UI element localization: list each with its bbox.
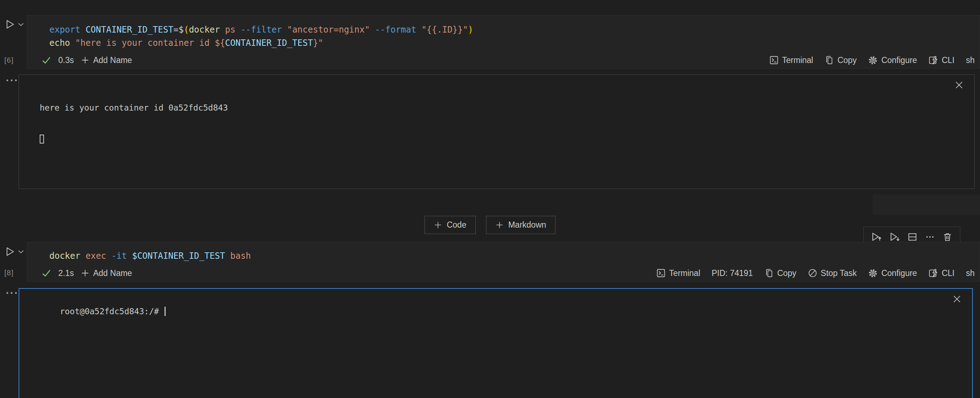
language-indicator[interactable]: sh bbox=[966, 56, 975, 65]
terminal-icon bbox=[656, 269, 666, 278]
code-cell[interactable]: docker exec -it $CONTAINER_ID_TEST bash … bbox=[27, 242, 980, 282]
terminal-icon bbox=[769, 56, 779, 65]
play-outline-icon[interactable] bbox=[5, 19, 15, 29]
execution-count: [6] bbox=[4, 56, 14, 64]
output-text: here is your container id 0a52fdc5d843 bbox=[40, 103, 953, 113]
check-icon bbox=[41, 56, 51, 65]
code-cell[interactable]: export CONTAINER_ID_TEST=$(docker ps --f… bbox=[27, 15, 980, 69]
gear-icon bbox=[868, 269, 878, 278]
close-icon[interactable] bbox=[955, 80, 964, 90]
terminal-output-focused[interactable]: root@0a52fdc5d843:/# bbox=[19, 288, 973, 398]
plus-icon bbox=[81, 56, 89, 64]
add-code-cell-button[interactable]: Code bbox=[425, 216, 476, 234]
add-markdown-cell-button[interactable]: Markdown bbox=[486, 216, 555, 234]
cell-status-bar: 0.3s Add Name Terminal Copy bbox=[27, 52, 980, 68]
bolt-square-icon bbox=[929, 269, 938, 278]
cli-button[interactable]: CLI bbox=[929, 56, 955, 65]
configure-button[interactable]: Configure bbox=[868, 56, 917, 65]
cell-status-bar: 2.1s Add Name Terminal PID: 74191 Copy bbox=[27, 265, 980, 281]
close-icon[interactable] bbox=[953, 294, 961, 304]
hover-highlight bbox=[873, 194, 980, 215]
split-cell-icon[interactable] bbox=[907, 232, 917, 242]
configure-button[interactable]: Configure bbox=[868, 269, 917, 278]
run-above-icon[interactable] bbox=[871, 232, 882, 242]
check-icon bbox=[41, 269, 51, 278]
output-menu-button[interactable] bbox=[6, 80, 17, 81]
terminal-cursor bbox=[164, 307, 165, 316]
run-cell-button[interactable] bbox=[5, 19, 26, 30]
chevron-down-icon[interactable] bbox=[18, 250, 24, 254]
chevron-down-icon[interactable] bbox=[18, 22, 24, 27]
stop-task-button[interactable]: Stop Task bbox=[808, 269, 857, 278]
code-editor[interactable]: docker exec -it $CONTAINER_ID_TEST bash bbox=[27, 242, 980, 263]
execution-count: [8] bbox=[4, 269, 14, 277]
copy-icon bbox=[764, 269, 774, 278]
slash-circle-icon bbox=[808, 269, 817, 278]
run-cell-button[interactable] bbox=[5, 246, 26, 257]
add-name-button[interactable]: Add Name bbox=[81, 56, 132, 65]
plus-icon bbox=[434, 221, 442, 229]
terminal-button[interactable]: Terminal bbox=[769, 56, 813, 65]
execution-duration: 2.1s bbox=[58, 269, 74, 278]
code-editor[interactable]: export CONTAINER_ID_TEST=$(docker ps --f… bbox=[27, 15, 980, 50]
add-name-button[interactable]: Add Name bbox=[81, 269, 132, 278]
pid-label: PID: 74191 bbox=[712, 269, 753, 278]
terminal-cursor bbox=[40, 134, 44, 144]
plus-icon bbox=[495, 221, 504, 229]
terminal-prompt: root@0a52fdc5d843:/# bbox=[60, 307, 164, 316]
trash-icon[interactable] bbox=[942, 232, 953, 242]
run-below-icon[interactable] bbox=[889, 232, 900, 242]
cli-button[interactable]: CLI bbox=[929, 269, 955, 278]
code-line: docker exec -it $CONTAINER_ID_TEST bash bbox=[49, 249, 980, 263]
code-line: echo "here is your container id ${CONTAI… bbox=[49, 37, 980, 50]
plus-icon bbox=[81, 269, 89, 277]
copy-button[interactable]: Copy bbox=[764, 269, 797, 278]
more-icon[interactable] bbox=[925, 232, 935, 242]
bolt-square-icon bbox=[929, 56, 938, 65]
play-outline-icon[interactable] bbox=[5, 246, 15, 257]
copy-button[interactable]: Copy bbox=[824, 56, 857, 65]
execution-duration: 0.3s bbox=[58, 56, 74, 65]
terminal-output[interactable]: here is your container id 0a52fdc5d843 bbox=[19, 74, 975, 189]
copy-icon bbox=[824, 56, 834, 65]
terminal-button[interactable]: Terminal bbox=[656, 269, 700, 278]
code-line: export CONTAINER_ID_TEST=$(docker ps --f… bbox=[49, 23, 980, 37]
language-indicator[interactable]: sh bbox=[966, 269, 975, 278]
output-menu-button[interactable] bbox=[6, 292, 17, 294]
gear-icon bbox=[868, 56, 878, 65]
insert-cell-bar: Code Markdown bbox=[0, 216, 980, 234]
